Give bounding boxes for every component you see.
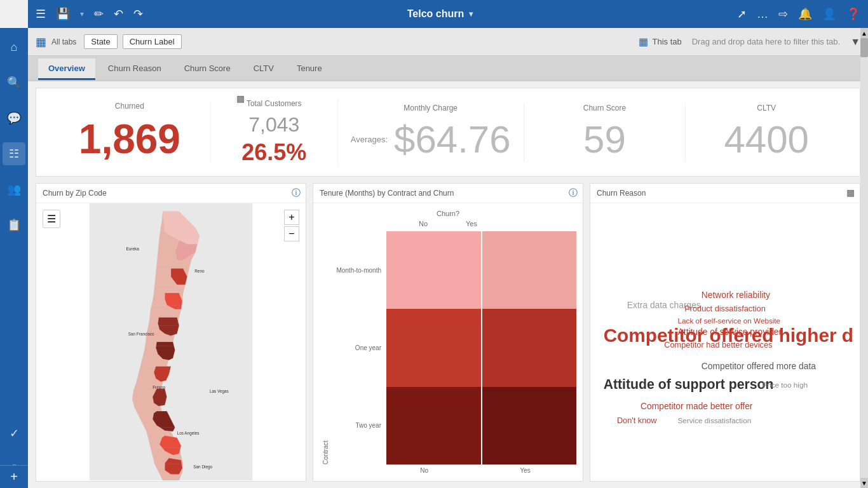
title-dropdown-icon[interactable]: ▾ [469,10,473,18]
tab-cltv[interactable]: CLTV [243,58,284,80]
sidebar-item-search[interactable]: 🔍 [3,71,25,94]
wordcloud-chart-title: Churn Reason [590,184,860,203]
filter-churn-label-tag[interactable]: Churn Label [123,34,182,49]
tab-tenure[interactable]: Tenure [287,58,332,80]
share-icon[interactable]: ⇨ [778,7,788,21]
city-fresno: Fresno [153,385,165,390]
sidebar-add-button[interactable]: + [0,465,28,488]
cltv-label: CLTV [698,104,834,112]
sidebar-item-messages[interactable]: 💬 [3,107,25,130]
map-options-icon[interactable]: ⓘ [292,187,301,199]
wordcloud-filter-icon[interactable]: ▦ [846,187,855,198]
word-competitor-better-offer: Competitor made better offer [641,401,753,411]
map-zoom-in-button[interactable]: + [284,210,299,225]
scrollbar-track [860,38,868,478]
sidebar-item-people[interactable]: 👥 [3,178,25,201]
word-competitor-more-data: Competitor offered more data [702,361,816,371]
heat-label-oneyear: One year [329,309,386,386]
heat-row-twoyear: Two year [329,387,576,464]
heat-cells-oneyear [386,309,576,386]
kpi-avg-row: Averages: $64.76 [351,118,511,161]
save-icon[interactable]: 💾 [56,7,70,21]
top-nav-right: ➚ … ⇨ 🔔 👤 ❓ [737,7,860,21]
tenure-options-icon[interactable]: ⓘ [569,187,578,199]
city-sandiego: San Diego [193,464,212,470]
kpi-total-customers: Total Customers 7,043 26.5% [211,99,338,166]
all-tabs-label: All tabs [51,37,76,46]
kpi-row: ▦ Churned 1,869 Total Customers 7,043 26… [36,88,860,177]
filter-state-tag[interactable]: State [84,34,117,49]
kpi-churn-score: Churn Score 59 [524,104,686,161]
map-zoom-out-button[interactable]: − [284,226,299,241]
edit-icon[interactable]: ✏ [94,7,104,21]
heat-row-oneyear: One year [329,309,576,386]
help-icon[interactable]: ❓ [846,7,860,21]
save-dropdown[interactable]: ▾ [80,10,84,18]
filter-bar: ▦ All tabs State Churn Label ▦ This tab … [28,28,868,56]
churned-label: Churned [62,102,198,111]
wordcloud-svg: Extra data charges Network reliability P… [597,210,853,474]
heat-main-area: Contract Month-to-month [320,231,576,464]
word-price-too-high: Price too high [762,381,807,389]
chevron-right-icon[interactable]: ▼ [850,36,860,48]
redo-icon[interactable]: ↷ [133,7,143,21]
user-icon[interactable]: 👤 [822,7,836,21]
city-lasvegas: Las Vegas [210,389,229,394]
averages-label: Averages: [351,135,388,144]
word-product-dissatisfaction: Product dissatisfaction [684,304,766,313]
heat-cells-month [386,231,576,309]
filter-all-tabs-icon: ▦ [36,35,46,49]
tenure-chart-card: Tenure (Months) by Contract and Churn ⓘ … [313,183,583,482]
scrollbar-thumb[interactable] [860,38,868,57]
this-tab-filter-icon: ▦ [639,36,648,48]
heat-cell-oneyear-no [386,309,481,386]
sidebar-item-reports[interactable]: ☷ [3,142,25,165]
sidebar-item-apps[interactable]: 📋 [3,214,25,236]
map-layers-button[interactable]: ☰ [43,210,60,228]
kpi-filter-icon: ▦ [236,93,245,104]
city-reno: Reno [194,269,205,273]
scrollbar[interactable]: ▲ ▼ [860,28,868,488]
app-title-area: Telco churn ▾ [407,8,473,20]
tab-overview[interactable]: Overview [38,58,95,80]
heat-legend-title: Churn? [320,210,576,217]
menu-icon[interactable]: ☰ [36,7,46,21]
sidebar-item-home[interactable]: ⌂ [3,36,25,58]
tab-bar: Overview Churn Reason Churn Score CLTV T… [28,56,868,81]
heat-label-month: Month-to-month [329,231,386,309]
city-sf: San Francisco [128,332,154,336]
heat-rows-area: Month-to-month One year [329,231,576,464]
tab-churn-reason[interactable]: Churn Reason [98,58,172,80]
kpi-cltv: CLTV 4400 [686,104,847,161]
contract-y-label: Contract [320,231,329,464]
total-customers-value: 7,043 [224,113,325,137]
more-icon[interactable]: … [757,8,768,21]
churn-score-label: Churn Score [537,104,673,112]
undo-icon[interactable]: ↶ [114,7,123,21]
monthly-charge-label: Monthly Charge [351,104,511,112]
scrollbar-up-arrow[interactable]: ▲ [860,28,868,38]
heat-legend-yes: Yes [466,220,477,227]
bell-icon[interactable]: 🔔 [798,7,812,21]
word-competitor-download: Competitor offered higher download speed… [604,325,853,346]
sidebar-item-goals[interactable]: ✓ [3,422,25,445]
cltv-value: 4400 [698,118,834,161]
word-dont-know: Don't know [617,416,657,425]
scrollbar-down-arrow[interactable]: ▼ [860,478,868,488]
heat-x-label-yes: Yes [520,467,530,474]
churn-score-value: 59 [537,118,673,161]
tab-churn-score[interactable]: Churn Score [174,58,241,80]
california-map-svg: Eureka Reno San Francisco Fresno Las Veg… [36,203,306,480]
drag-drop-text: Drag and drop data here to filter this t… [692,37,840,46]
heat-legend-label: Churn? [437,210,459,217]
word-service-dissatisfaction: Service dissatisfaction [678,416,752,424]
word-attitude-support: Attitude of support person [604,377,774,392]
monthly-charge-value: $64.76 [394,118,511,161]
heat-x-axis: No Yes [374,464,576,474]
expand-icon[interactable]: ➚ [737,7,747,21]
app-title: Telco churn [407,8,465,20]
heat-cell-oneyear-yes [482,309,577,386]
left-sidebar: ⌂ 🔍 💬 ☷ 👥 📋 ✓ ⇓ [0,28,28,488]
filter-bar-right: ▦ This tab Drag and drop data here to fi… [639,36,860,48]
city-la: Los Angeles [177,431,200,436]
